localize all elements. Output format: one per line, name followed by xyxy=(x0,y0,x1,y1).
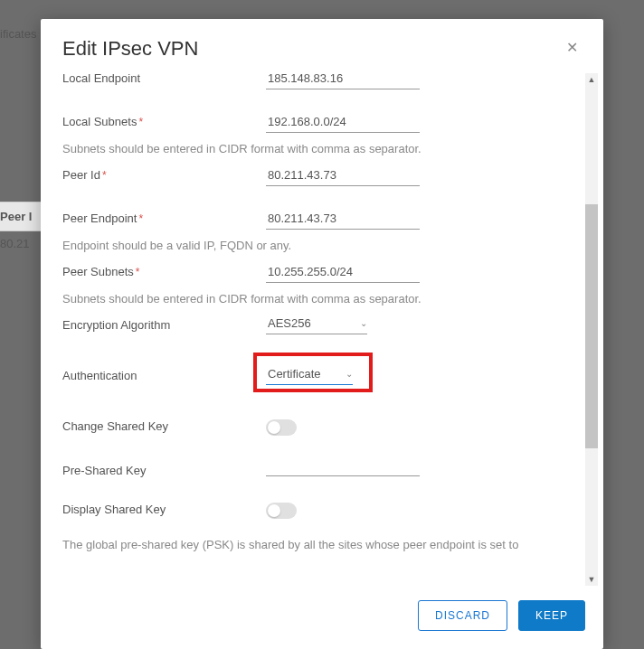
bg-text-peer: Peer I xyxy=(0,202,41,231)
label-local-endpoint: Local Endpoint xyxy=(62,73,266,85)
label-peer-id: Peer Id* xyxy=(62,165,266,182)
row-pre-shared-key: Pre-Shared Key xyxy=(62,447,578,477)
input-peer-subnets[interactable] xyxy=(266,261,420,283)
row-local-subnets: Local Subnets* xyxy=(62,99,578,133)
label-local-subnets: Local Subnets* xyxy=(62,111,266,128)
psk-note: The global pre-shared key (PSK) is share… xyxy=(62,536,578,554)
toggle-change-shared-key[interactable] xyxy=(266,419,297,436)
label-peer-subnets: Peer Subnets* xyxy=(62,261,266,278)
form-scroll-area: Local Endpoint Local Subnets* Subnets sh… xyxy=(62,73,594,586)
close-icon[interactable]: ✕ xyxy=(563,37,582,58)
keep-button[interactable]: KEEP xyxy=(518,600,585,631)
modal-header: Edit IPsec VPN ✕ xyxy=(41,19,603,73)
input-local-endpoint[interactable] xyxy=(266,73,420,89)
row-peer-endpoint: Peer Endpoint* xyxy=(62,195,578,230)
input-peer-id[interactable] xyxy=(266,165,420,186)
chevron-down-icon: ⌄ xyxy=(360,318,367,328)
select-authentication-value: Certificate xyxy=(268,367,321,381)
label-change-shared-key: Change Shared Key xyxy=(62,416,266,433)
row-peer-subnets: Peer Subnets* xyxy=(62,254,578,283)
helper-peer-endpoint: Endpoint should be a valid IP, FQDN or a… xyxy=(62,239,578,252)
edit-ipsec-vpn-modal: Edit IPsec VPN ✕ ▲ ▼ Local Endpoint Loca… xyxy=(41,19,603,649)
row-encryption: Encryption Algorithm AES256 ⌄ xyxy=(62,307,578,334)
row-change-shared-key: Change Shared Key xyxy=(62,394,578,438)
row-local-endpoint: Local Endpoint xyxy=(62,73,578,89)
modal-title: Edit IPsec VPN xyxy=(62,37,198,61)
label-pre-shared-key: Pre-Shared Key xyxy=(62,460,266,477)
input-peer-endpoint[interactable] xyxy=(266,208,420,230)
select-encryption-value: AES256 xyxy=(268,316,311,330)
input-local-subnets[interactable] xyxy=(266,111,420,133)
select-encryption[interactable]: AES256 ⌄ xyxy=(266,315,367,334)
bg-text-ip: 80.21 xyxy=(0,231,30,256)
bg-text-certificates: ificates xyxy=(0,27,36,41)
label-peer-endpoint: Peer Endpoint* xyxy=(62,208,266,225)
modal-body: ▲ ▼ Local Endpoint Local Subnets* Subnet… xyxy=(41,73,603,586)
label-authentication: Authentication xyxy=(62,365,266,382)
row-authentication: Authentication Certificate ⌄ xyxy=(62,343,578,385)
toggle-display-shared-key[interactable] xyxy=(266,503,297,519)
row-peer-id: Peer Id* xyxy=(62,157,578,186)
select-authentication[interactable]: Certificate ⌄ xyxy=(266,365,353,385)
label-display-shared-key: Display Shared Key xyxy=(62,499,266,516)
label-encryption: Encryption Algorithm xyxy=(62,315,266,332)
chevron-down-icon: ⌄ xyxy=(346,369,353,379)
helper-local-subnets: Subnets should be entered in CIDR format… xyxy=(62,142,578,155)
helper-peer-subnets: Subnets should be entered in CIDR format… xyxy=(62,292,578,306)
discard-button[interactable]: DISCARD xyxy=(418,600,507,631)
modal-footer: DISCARD KEEP xyxy=(41,586,603,649)
row-display-shared-key: Display Shared Key xyxy=(62,486,578,522)
input-pre-shared-key[interactable] xyxy=(266,460,420,476)
